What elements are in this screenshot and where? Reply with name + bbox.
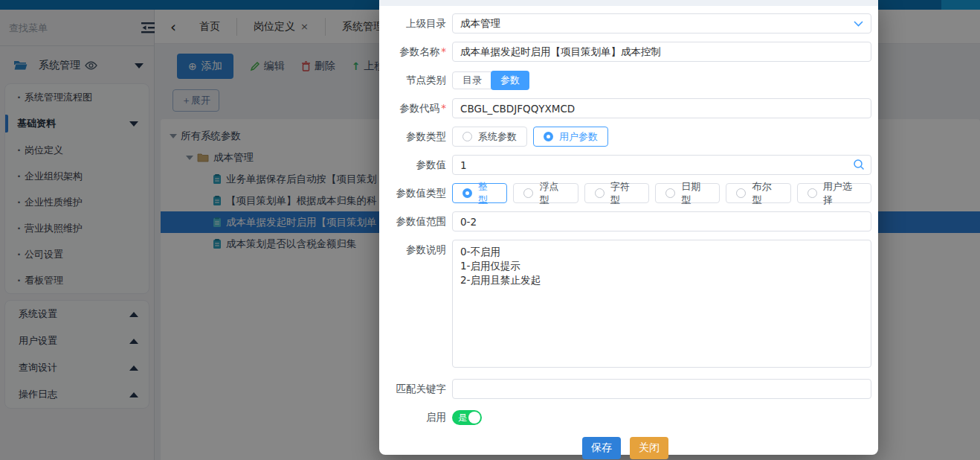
- value-type-option-user-select[interactable]: 用户选择: [797, 183, 871, 203]
- radio-label: 日期型: [681, 180, 709, 207]
- search-icon[interactable]: [853, 159, 865, 170]
- match-keyword-input[interactable]: [452, 379, 871, 399]
- field-label-enabled: 启用: [379, 407, 446, 427]
- dialog-header-edge: [379, 0, 878, 6]
- save-button[interactable]: 保存: [582, 437, 621, 459]
- parent-dir-select[interactable]: 成本管理: [452, 13, 871, 33]
- field-label-value-type: 参数值类型: [379, 183, 446, 203]
- description-textarea[interactable]: 0-不启用 1-启用仅提示 2-启用且禁止发起: [452, 240, 871, 368]
- radio-label: 系统参数: [478, 130, 517, 144]
- field-label-param-code: 参数代码*: [379, 98, 446, 118]
- chevron-down-icon: [854, 21, 863, 27]
- field-label-value-range: 参数值范围: [379, 211, 446, 231]
- radio-label: 用户参数: [559, 130, 598, 144]
- toggle-on-label: 是: [458, 412, 467, 423]
- radio-icon: [807, 188, 817, 198]
- field-label-match-keyword: 匹配关键字: [379, 379, 446, 399]
- screen: 系统管理 系统管理流程图 基础资料: [0, 0, 980, 460]
- toggle-knob: [468, 412, 480, 424]
- field-label-param-type: 参数类型: [379, 127, 446, 147]
- radio-label: 字符型: [610, 180, 639, 207]
- radio-icon: [665, 188, 675, 198]
- field-label-param-value: 参数值: [379, 155, 446, 175]
- param-type-option-system[interactable]: 系统参数: [452, 127, 527, 147]
- radio-label: 整型: [478, 180, 497, 207]
- radio-icon: [595, 188, 605, 198]
- param-name-input[interactable]: [452, 42, 871, 62]
- radio-icon: [736, 188, 746, 198]
- field-label-node-type: 节点类别: [379, 70, 446, 90]
- field-label-param-name: 参数名称*: [379, 42, 446, 62]
- radio-label: 浮点型: [539, 180, 567, 207]
- field-label-parent-dir: 上级目录: [379, 13, 446, 33]
- field-label-description: 参数说明: [379, 240, 446, 260]
- enabled-toggle[interactable]: 是: [452, 410, 482, 425]
- parent-dir-value: 成本管理: [460, 17, 500, 31]
- param-value-input[interactable]: [452, 155, 871, 175]
- node-type-option-directory[interactable]: 目录: [452, 71, 492, 89]
- value-type-option-date[interactable]: 日期型: [655, 183, 720, 203]
- node-type-option-parameter[interactable]: 参数: [491, 71, 529, 90]
- parameter-edit-dialog: 上级目录 成本管理 参数名称*: [379, 0, 878, 455]
- param-code-input[interactable]: [452, 98, 871, 118]
- value-range-input[interactable]: [452, 211, 871, 231]
- value-type-option-string[interactable]: 字符型: [584, 183, 649, 203]
- close-button[interactable]: 关闭: [630, 437, 668, 459]
- radio-icon: [523, 188, 533, 198]
- value-type-option-integer[interactable]: 整型: [452, 183, 507, 203]
- radio-icon: [462, 132, 472, 141]
- value-type-option-float[interactable]: 浮点型: [513, 183, 578, 203]
- value-type-option-boolean[interactable]: 布尔型: [726, 183, 790, 203]
- required-mark: *: [441, 102, 446, 114]
- radio-icon: [462, 188, 472, 198]
- radio-label: 布尔型: [752, 180, 780, 207]
- required-mark: *: [441, 45, 446, 57]
- param-type-option-user[interactable]: 用户参数: [533, 127, 608, 147]
- radio-label: 用户选择: [823, 180, 861, 207]
- radio-icon: [544, 132, 553, 141]
